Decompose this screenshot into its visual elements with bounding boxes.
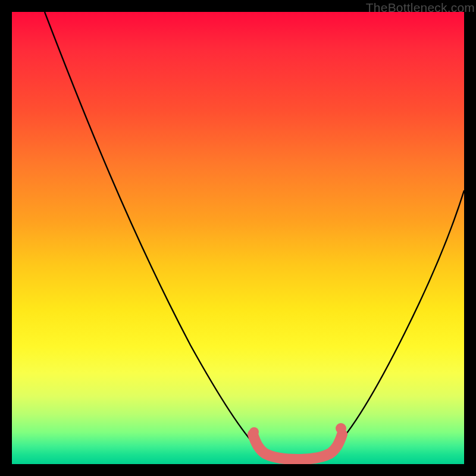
plot-area	[12, 12, 464, 464]
bottleneck-right-curve	[333, 190, 464, 449]
chart-frame: TheBottleneck.com	[0, 0, 476, 476]
curve-layer	[12, 12, 464, 464]
sweet-spot-right-dot	[336, 423, 346, 434]
sweet-spot-left-dot	[249, 427, 259, 437]
bottleneck-left-curve	[45, 12, 259, 449]
sweet-spot-band	[253, 434, 342, 459]
watermark-text: TheBottleneck.com	[366, 1, 475, 15]
